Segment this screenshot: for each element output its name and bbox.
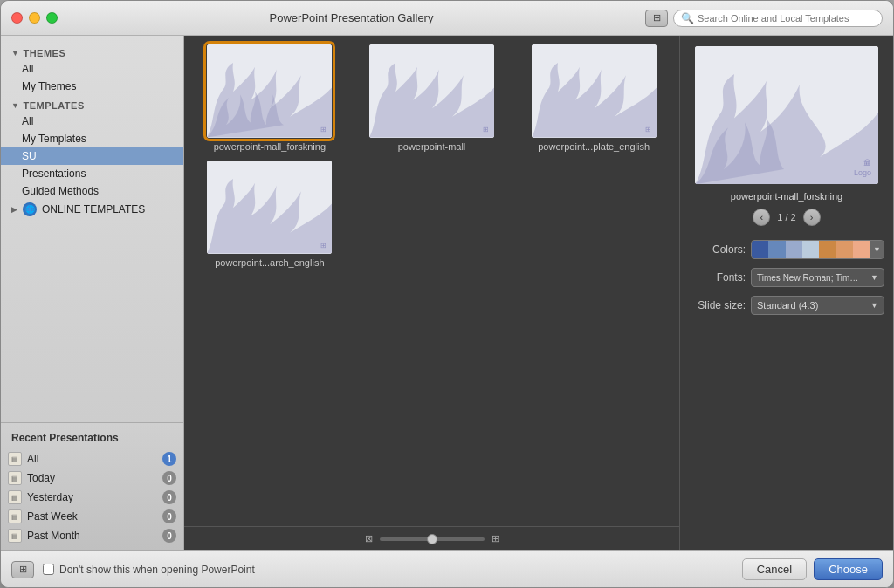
recent-item-past-month[interactable]: ▤ Past Month 0 bbox=[1, 526, 183, 545]
preview-next-button[interactable]: › bbox=[803, 209, 821, 226]
grid-bottom-bar: ⊠ ⊞ bbox=[184, 526, 679, 550]
logo-mark-1: ⊞ bbox=[483, 126, 489, 134]
flame-bg-2: ⊞ bbox=[532, 44, 657, 138]
template-thumb-2: ⊞ bbox=[532, 44, 657, 138]
recent-label-past-month: Past Month bbox=[27, 530, 157, 542]
colors-picker[interactable]: ▼ bbox=[751, 240, 884, 259]
recent-icon-yesterday: ▤ bbox=[8, 490, 22, 504]
minimize-button[interactable] bbox=[29, 12, 40, 24]
preview-thumb: 🏛Logo bbox=[695, 46, 878, 184]
flame-bg-3: ⊞ bbox=[207, 161, 332, 254]
template-item-3[interactable]: ⊞ powerpoint...arch_english bbox=[193, 161, 347, 268]
recent-item-past-week[interactable]: ▤ Past Week 0 bbox=[1, 507, 183, 526]
zoom-slider-track[interactable] bbox=[380, 537, 485, 541]
zoom-in-icon: ⊞ bbox=[492, 533, 499, 544]
sidebar-item-guided-methods[interactable]: Guided Methods bbox=[1, 182, 183, 200]
bottom-icon-button[interactable]: ⊞ bbox=[11, 561, 34, 578]
recent-badge-all: 1 bbox=[162, 452, 176, 466]
traffic-lights bbox=[11, 12, 58, 24]
recent-header: Recent Presentations bbox=[1, 428, 183, 449]
size-dropdown-arrow: ▼ bbox=[870, 301, 878, 310]
sidebar-item-my-templates[interactable]: My Templates bbox=[1, 130, 183, 147]
templates-triangle-icon: ▼ bbox=[11, 101, 19, 110]
template-name-0: powerpoint-mall_forskning bbox=[214, 141, 326, 152]
sidebar-nav: ▼ THEMES All My Themes ▼ TEMPLATES All M… bbox=[1, 36, 183, 422]
logo-mark-0: ⊞ bbox=[320, 126, 327, 134]
fonts-dropdown[interactable]: Times New Roman; Times New Ro ▼ bbox=[751, 268, 884, 287]
preview-prev-button[interactable]: ‹ bbox=[753, 209, 770, 226]
main-window: PowerPoint Presentation Gallery ⊞ 🔍 ▼ TH… bbox=[0, 0, 894, 588]
preview-logo: 🏛Logo bbox=[854, 159, 871, 179]
size-dropdown[interactable]: Standard (4:3) ▼ bbox=[751, 296, 884, 315]
online-triangle-icon: ▶ bbox=[11, 205, 17, 214]
recent-item-today[interactable]: ▤ Today 0 bbox=[1, 468, 183, 488]
sidebar-item-presentations[interactable]: Presentations bbox=[1, 165, 183, 182]
preview-page-count: 1 / 2 bbox=[777, 212, 795, 222]
online-templates-label: ONLINE TEMPLATES bbox=[42, 203, 145, 215]
recent-item-all[interactable]: ▤ All 1 bbox=[1, 449, 183, 468]
recent-section: Recent Presentations ▤ All 1 ▤ Today 0 ▤… bbox=[1, 422, 183, 550]
swatch-0 bbox=[752, 241, 768, 258]
swatch-3 bbox=[802, 241, 819, 258]
recent-badge-today: 0 bbox=[162, 471, 176, 485]
cancel-button[interactable]: Cancel bbox=[742, 558, 807, 580]
choose-button[interactable]: Choose bbox=[814, 558, 883, 580]
preview-panel: 🏛Logo powerpoint-mall_forskning ‹ 1 / 2 … bbox=[679, 36, 893, 550]
window-title: PowerPoint Presentation Gallery bbox=[58, 11, 645, 24]
swatch-6 bbox=[853, 241, 870, 258]
color-swatches bbox=[752, 241, 870, 258]
bottom-bar: ⊞ Don't show this when opening PowerPoin… bbox=[1, 550, 893, 587]
recent-badge-yesterday: 0 bbox=[162, 490, 176, 504]
sidebar-item-online-templates[interactable]: ▶ 🌐 ONLINE TEMPLATES bbox=[1, 200, 183, 219]
preview-nav: ‹ 1 / 2 › bbox=[753, 209, 820, 226]
dont-show-checkbox[interactable] bbox=[43, 564, 54, 575]
sidebar-item-my-themes[interactable]: My Themes bbox=[1, 78, 183, 95]
fonts-label: Fonts: bbox=[689, 271, 746, 284]
template-item-2[interactable]: ⊞ powerpoint...plate_english bbox=[517, 44, 670, 152]
template-name-3: powerpoint...arch_english bbox=[215, 257, 324, 268]
search-box: 🔍 bbox=[673, 10, 883, 27]
themes-triangle-icon: ▼ bbox=[11, 49, 19, 58]
themes-section-header: ▼ THEMES bbox=[1, 43, 183, 60]
flame-bg-0: ⊞ bbox=[207, 44, 332, 138]
search-icon: 🔍 bbox=[681, 12, 694, 24]
colors-label: Colors: bbox=[689, 243, 746, 256]
dont-show-row: Don't show this when opening PowerPoint bbox=[43, 564, 255, 576]
template-thumb-1: ⊞ bbox=[369, 44, 494, 138]
recent-badge-past-month: 0 bbox=[162, 529, 176, 543]
template-name-1: powerpoint-mall bbox=[398, 141, 466, 152]
sidebar-item-templates-all[interactable]: All bbox=[1, 113, 183, 130]
recent-label-all: All bbox=[27, 453, 157, 465]
main-content: ▼ THEMES All My Themes ▼ TEMPLATES All M… bbox=[1, 36, 893, 550]
dont-show-label: Don't show this when opening PowerPoint bbox=[59, 564, 255, 576]
close-button[interactable] bbox=[11, 12, 23, 24]
globe-icon: 🌐 bbox=[23, 202, 37, 216]
maximize-button[interactable] bbox=[46, 12, 58, 24]
template-name-2: powerpoint...plate_english bbox=[538, 141, 650, 152]
template-item-1[interactable]: ⊞ powerpoint-mall bbox=[355, 44, 509, 152]
sidebar-item-themes-all[interactable]: All bbox=[1, 60, 183, 78]
recent-item-yesterday[interactable]: ▤ Yesterday 0 bbox=[1, 488, 183, 507]
colors-dropdown-arrow[interactable]: ▼ bbox=[870, 240, 884, 259]
grid-and-preview: ⊞ powerpoint-mall_forskning bbox=[184, 36, 893, 550]
grid-wrapper: ⊞ powerpoint-mall_forskning bbox=[184, 36, 679, 550]
flame-bg-1: ⊞ bbox=[369, 44, 494, 138]
zoom-slider-thumb[interactable] bbox=[427, 534, 437, 544]
recent-icon-today: ▤ bbox=[8, 471, 22, 485]
fonts-value: Times New Roman; Times New Ro bbox=[757, 273, 862, 283]
template-item-0[interactable]: ⊞ powerpoint-mall_forskning bbox=[193, 44, 347, 152]
swatch-4 bbox=[819, 241, 836, 258]
recent-icon-all: ▤ bbox=[8, 452, 22, 466]
sidebar-item-su[interactable]: SU bbox=[1, 147, 183, 165]
search-input[interactable] bbox=[698, 13, 875, 24]
content-area: ⊞ powerpoint-mall_forskning bbox=[184, 36, 893, 550]
sidebar: ▼ THEMES All My Themes ▼ TEMPLATES All M… bbox=[1, 36, 184, 550]
titlebar: PowerPoint Presentation Gallery ⊞ 🔍 bbox=[1, 1, 893, 36]
zoom-out-icon: ⊠ bbox=[365, 533, 373, 544]
recent-label-today: Today bbox=[27, 472, 157, 484]
template-grid: ⊞ powerpoint-mall_forskning bbox=[184, 36, 679, 526]
view-toggle-button[interactable]: ⊞ bbox=[645, 10, 668, 27]
recent-icon-past-month: ▤ bbox=[8, 529, 22, 543]
bottom-buttons: Cancel Choose bbox=[742, 558, 883, 580]
preview-name: powerpoint-mall_forskning bbox=[731, 191, 842, 202]
